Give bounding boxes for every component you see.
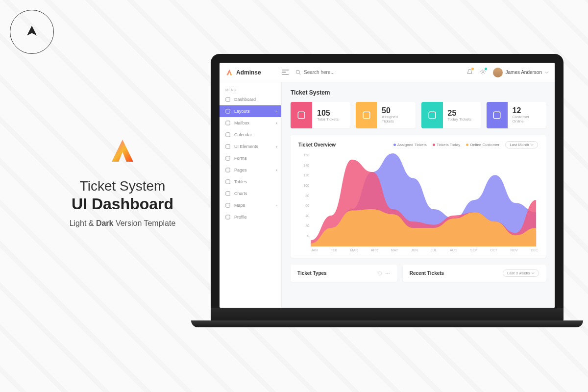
chevron-right-icon: › xyxy=(276,145,277,149)
y-tick-label: 40 xyxy=(298,214,309,218)
stat-card-today-tickets[interactable]: 25Today Tickets xyxy=(421,102,481,128)
stat-label: Assigned Tickets xyxy=(382,115,410,123)
svg-rect-12 xyxy=(226,215,230,219)
svg-rect-15 xyxy=(429,112,436,119)
chevron-down-icon xyxy=(545,71,549,74)
globe-icon xyxy=(225,109,230,114)
sidebar-item-dashboard[interactable]: Dashboard xyxy=(220,94,281,105)
x-tick-label: JUN xyxy=(411,248,418,252)
sidebar-item-label: Charts xyxy=(234,191,247,196)
chart-icon xyxy=(225,191,230,196)
file-icon xyxy=(225,156,230,161)
user-icon xyxy=(225,215,230,220)
stat-label: Total Tickets xyxy=(317,117,339,122)
x-tick-label: APR xyxy=(371,248,378,252)
stat-value: 25 xyxy=(448,109,471,117)
svg-rect-16 xyxy=(493,112,500,119)
y-tick-label: 60 xyxy=(298,204,309,207)
laptop-mockup: Adminse xyxy=(211,54,564,322)
svg-point-19 xyxy=(389,273,390,274)
chart-range-dropdown[interactable]: Last Month xyxy=(505,141,538,148)
sidebar-item-layouts[interactable]: Layouts› xyxy=(220,105,281,117)
svg-rect-2 xyxy=(226,98,230,101)
svg-rect-11 xyxy=(226,203,230,207)
y-tick-label: 150 xyxy=(298,153,309,157)
svg-rect-5 xyxy=(226,133,230,137)
user-menu[interactable]: James Anderson xyxy=(493,68,549,77)
menu-toggle-icon[interactable] xyxy=(282,70,289,75)
y-tick-label: 20 xyxy=(298,224,309,227)
sidebar-item-label: Calendar xyxy=(234,132,252,137)
stat-card-assigned-tickets[interactable]: 50Assigned Tickets xyxy=(356,102,415,128)
svg-rect-10 xyxy=(226,192,230,196)
x-tick-label: NOV xyxy=(511,248,518,252)
y-tick-label: 0 xyxy=(298,234,309,238)
svg-rect-9 xyxy=(226,180,230,184)
app-logo[interactable]: Adminse xyxy=(225,69,282,76)
pages-icon xyxy=(225,168,230,172)
more-icon[interactable] xyxy=(385,271,390,276)
sidebar-item-forms[interactable]: Forms xyxy=(220,152,281,164)
stat-card-total-tickets[interactable]: 105Total Tickets xyxy=(291,102,350,128)
legend-item: Tickets Today xyxy=(433,143,460,147)
device-icon xyxy=(492,111,501,120)
sidebar-item-ui-elements[interactable]: UI Elements› xyxy=(220,141,281,152)
x-tick-label: DEC xyxy=(531,248,538,252)
wrench-icon xyxy=(225,144,230,149)
x-tick-label: JAN xyxy=(311,248,318,252)
sidebar-item-pages[interactable]: Pages› xyxy=(220,164,281,176)
legend-item: Online Customer xyxy=(466,143,499,147)
table-icon xyxy=(225,179,230,184)
tag-icon xyxy=(297,111,306,120)
sidebar-item-label: Tables xyxy=(234,179,247,184)
svg-rect-6 xyxy=(226,145,230,148)
svg-rect-7 xyxy=(226,156,230,160)
settings-button[interactable] xyxy=(480,69,486,76)
stat-label: Customer Online xyxy=(513,115,541,123)
promo-title-1: Ticket System xyxy=(54,178,191,194)
avatar xyxy=(493,68,503,77)
y-tick-label: 120 xyxy=(298,173,309,177)
sidebar-item-mailbox[interactable]: Mailbox› xyxy=(220,117,281,129)
sidebar-item-calendar[interactable]: Calendar xyxy=(220,129,281,141)
recent-range-dropdown[interactable]: Last 3 weeks xyxy=(503,270,539,277)
sidebar-item-tables[interactable]: Tables xyxy=(220,176,281,188)
page-title: Ticket System xyxy=(291,89,546,96)
app-name: Adminse xyxy=(236,69,261,76)
grid-icon xyxy=(225,97,230,102)
chevron-down-icon xyxy=(531,272,535,274)
notifications-button[interactable] xyxy=(466,69,473,76)
chart-title: Ticket Overview xyxy=(298,142,336,147)
user-name-label: James Anderson xyxy=(506,70,542,75)
stat-value: 12 xyxy=(513,107,541,115)
svg-point-1 xyxy=(482,71,484,73)
sidebar-item-label: Profile xyxy=(234,215,247,220)
sidebar-item-label: UI Elements xyxy=(234,144,258,149)
stat-value: 50 xyxy=(382,107,410,115)
sidebar-item-label: Pages xyxy=(234,168,247,172)
sidebar: MENU DashboardLayouts›Mailbox›CalendarUI… xyxy=(220,82,282,308)
stat-card-customer-online[interactable]: 12Customer Online xyxy=(487,102,546,128)
sidebar-item-profile[interactable]: Profile xyxy=(220,211,281,223)
x-tick-label: MAR xyxy=(350,248,358,252)
x-tick-label: JUL xyxy=(431,248,437,252)
app-header: Adminse xyxy=(220,63,555,82)
sidebar-item-label: Forms xyxy=(234,156,247,161)
brand-badge xyxy=(10,10,54,54)
svg-point-17 xyxy=(386,273,387,274)
sidebar-item-label: Mailbox xyxy=(234,121,249,125)
book-icon xyxy=(362,111,371,120)
sidebar-item-label: Maps xyxy=(234,203,245,208)
promo-subtitle: Light & Dark Version Template xyxy=(54,219,191,228)
chart-card: Ticket Overview Assigned TicketsTickets … xyxy=(291,135,546,258)
ticket-types-title: Ticket Types xyxy=(297,270,327,276)
mail-icon xyxy=(225,121,230,125)
calendar-icon xyxy=(225,132,230,137)
promo-panel: Ticket System UI Dashboard Light & Dark … xyxy=(54,137,191,228)
search-input[interactable] xyxy=(304,70,372,75)
sidebar-item-charts[interactable]: Charts xyxy=(220,188,281,199)
map-icon xyxy=(225,203,230,208)
ticket-types-card: Ticket Types xyxy=(291,265,397,282)
sidebar-item-maps[interactable]: Maps› xyxy=(220,199,281,211)
refresh-icon[interactable] xyxy=(377,271,382,276)
